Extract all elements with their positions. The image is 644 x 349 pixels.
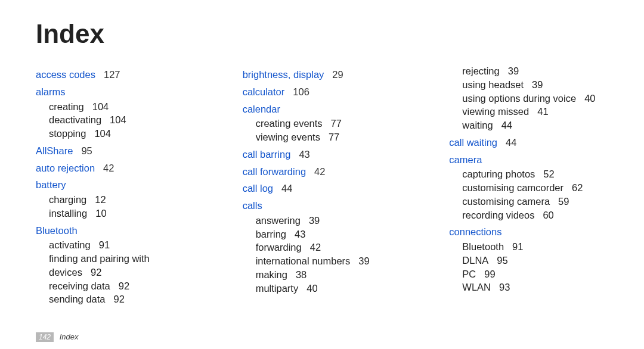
entry-page: 40 xyxy=(584,93,595,104)
index-term[interactable]: calendar xyxy=(243,102,402,116)
entry-page: 92 xyxy=(119,281,129,291)
entry-page: 95 xyxy=(497,255,507,266)
entry-text: call forwarding xyxy=(243,166,306,177)
index-subentry: creating104 xyxy=(49,100,195,114)
entry-text: call barring xyxy=(243,149,291,160)
entry-text: Bluetooth xyxy=(462,241,504,252)
index-subentry: viewing missed41 xyxy=(462,105,608,119)
entry-text: WLAN xyxy=(462,282,491,292)
entry-text: creating events xyxy=(256,118,323,129)
entry-text: answering xyxy=(256,215,301,226)
entry-page: 60 xyxy=(543,210,553,220)
footer-label: Index xyxy=(60,332,79,341)
page-footer: 142 Index xyxy=(36,332,78,342)
entry-text: calculator xyxy=(243,86,285,97)
index-term[interactable]: call forwarding42 xyxy=(243,165,402,179)
index-subentry: multiparty40 xyxy=(256,282,402,295)
index-subentry: using options during voice40 xyxy=(462,92,608,105)
index-term[interactable]: auto rejection42 xyxy=(36,161,195,175)
entry-text: international numbers xyxy=(256,255,351,266)
entry-page: 39 xyxy=(532,79,543,90)
entry-text: multiparty xyxy=(256,283,299,294)
entry-page: 41 xyxy=(537,106,548,117)
index-subentry: barring43 xyxy=(256,228,402,241)
index-column: rejecting39using headset39using options … xyxy=(449,64,608,306)
entry-page: 99 xyxy=(484,269,495,279)
entry-page: 77 xyxy=(331,118,342,129)
index-term[interactable]: access codes127 xyxy=(36,68,195,82)
entry-page: 44 xyxy=(501,120,512,130)
index-term[interactable]: alarms xyxy=(36,85,195,99)
entry-text: call log xyxy=(243,183,273,194)
entry-text: connections xyxy=(449,226,501,237)
entry-text: waiting xyxy=(462,120,493,130)
index-subentry: creating events77 xyxy=(256,117,402,130)
index-column: access codes127alarmscreating104deactiva… xyxy=(36,64,195,306)
index-term[interactable]: Bluetooth xyxy=(36,224,195,238)
entry-page: 29 xyxy=(332,69,343,80)
index-term[interactable]: connections xyxy=(449,225,608,239)
entry-text: call waiting xyxy=(449,137,497,148)
entry-text: customising camera xyxy=(462,196,550,207)
entry-text: battery xyxy=(36,179,66,190)
index-subentry: using headset39 xyxy=(462,78,608,92)
entry-text: forwarding xyxy=(256,242,302,253)
entry-page: 39 xyxy=(309,215,320,226)
entry-page: 92 xyxy=(114,294,125,304)
entry-page: 91 xyxy=(99,239,110,250)
index-subentry: recording videos60 xyxy=(462,208,608,222)
entry-text: capturing photos xyxy=(462,169,535,179)
index-subentry: Bluetooth91 xyxy=(462,240,608,254)
index-term[interactable]: AllShare95 xyxy=(36,144,195,158)
entry-text: installing xyxy=(49,208,87,219)
index-subentry: capturing photos52 xyxy=(462,167,608,181)
entry-text: activating xyxy=(49,239,91,250)
index-subentry: deactivating104 xyxy=(49,113,195,127)
index-subentry: rejecting39 xyxy=(462,64,608,78)
index-subentry: finding and pairing with devices92 xyxy=(49,252,195,279)
entry-text: receiving data xyxy=(49,281,110,291)
index-term[interactable]: call log44 xyxy=(243,182,402,195)
index-subentry: waiting44 xyxy=(462,119,608,132)
entry-page: 42 xyxy=(103,163,114,173)
entry-page: 62 xyxy=(572,182,583,193)
index-term[interactable]: calculator106 xyxy=(243,85,402,99)
entry-text: calls xyxy=(243,200,262,211)
entry-page: 106 xyxy=(293,86,309,97)
entry-text: viewing events xyxy=(256,132,320,142)
index-subentry: WLAN93 xyxy=(462,281,608,294)
index-subentry: installing10 xyxy=(49,207,195,220)
entry-text: making xyxy=(256,269,287,280)
entry-page: 77 xyxy=(329,132,339,142)
entry-page: 104 xyxy=(110,114,126,125)
page-number: 142 xyxy=(36,332,54,342)
index-subentry: receiving data92 xyxy=(49,279,195,293)
index-term[interactable]: calls xyxy=(243,199,402,213)
entry-text: brightness, display xyxy=(243,69,324,80)
index-term[interactable]: battery xyxy=(36,178,195,192)
entry-text: customising camcorder xyxy=(462,182,564,193)
entry-page: 93 xyxy=(499,282,510,292)
entry-page: 38 xyxy=(296,269,306,280)
index-term[interactable]: brightness, display29 xyxy=(243,68,402,82)
index-subentry: making38 xyxy=(256,268,402,282)
index-subentry: PC99 xyxy=(462,267,608,281)
index-term[interactable]: call barring43 xyxy=(243,148,402,161)
entry-page: 44 xyxy=(506,137,516,148)
entry-page: 43 xyxy=(299,149,309,160)
index-column: brightness, display29calculator106calend… xyxy=(243,64,402,306)
index-subentry: customising camcorder62 xyxy=(462,181,608,195)
index-subentry: customising camera59 xyxy=(462,195,608,208)
entry-text: Bluetooth xyxy=(36,225,78,236)
index-subentry: activating91 xyxy=(49,238,195,252)
index-columns: access codes127alarmscreating104deactiva… xyxy=(36,64,608,306)
entry-text: PC xyxy=(462,269,476,279)
entry-page: 44 xyxy=(281,183,292,194)
entry-text: barring xyxy=(256,229,286,239)
entry-text: camera xyxy=(449,154,482,165)
index-term[interactable]: call waiting44 xyxy=(449,136,608,149)
entry-page: 92 xyxy=(91,267,101,278)
entry-page: 52 xyxy=(543,169,554,179)
index-subentry: forwarding42 xyxy=(256,241,402,254)
index-term[interactable]: camera xyxy=(449,153,608,167)
